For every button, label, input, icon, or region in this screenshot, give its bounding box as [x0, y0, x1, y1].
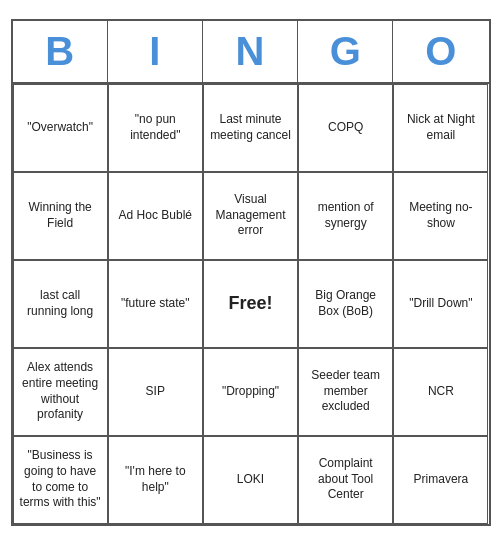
bingo-cell-21[interactable]: "I'm here to help" — [108, 436, 203, 524]
bingo-cell-24[interactable]: Primavera — [393, 436, 488, 524]
bingo-cell-16[interactable]: SIP — [108, 348, 203, 436]
bingo-cell-9[interactable]: Meeting no-show — [393, 172, 488, 260]
bingo-letter-i: I — [108, 21, 203, 82]
bingo-cell-18[interactable]: Seeder team member excluded — [298, 348, 393, 436]
bingo-letter-g: G — [298, 21, 393, 82]
bingo-cell-7[interactable]: Visual Management error — [203, 172, 298, 260]
bingo-cell-15[interactable]: Alex attends entire meeting without prof… — [13, 348, 108, 436]
bingo-letter-n: N — [203, 21, 298, 82]
bingo-cell-12[interactable]: Free! — [203, 260, 298, 348]
bingo-card: BINGO "Overwatch""no pun intended"Last m… — [11, 19, 491, 526]
bingo-cell-11[interactable]: "future state" — [108, 260, 203, 348]
bingo-header: BINGO — [13, 21, 489, 84]
bingo-cell-20[interactable]: "Business is going to have to come to te… — [13, 436, 108, 524]
bingo-cell-23[interactable]: Complaint about Tool Center — [298, 436, 393, 524]
bingo-cell-13[interactable]: Big Orange Box (BoB) — [298, 260, 393, 348]
bingo-cell-5[interactable]: Winning the Field — [13, 172, 108, 260]
bingo-letter-o: O — [393, 21, 488, 82]
bingo-cell-4[interactable]: Nick at Night email — [393, 84, 488, 172]
bingo-cell-0[interactable]: "Overwatch" — [13, 84, 108, 172]
bingo-letter-b: B — [13, 21, 108, 82]
bingo-cell-17[interactable]: "Dropping" — [203, 348, 298, 436]
bingo-cell-22[interactable]: LOKI — [203, 436, 298, 524]
bingo-grid: "Overwatch""no pun intended"Last minute … — [13, 84, 489, 524]
bingo-cell-10[interactable]: last call running long — [13, 260, 108, 348]
bingo-cell-1[interactable]: "no pun intended" — [108, 84, 203, 172]
bingo-cell-8[interactable]: mention of synergy — [298, 172, 393, 260]
bingo-cell-2[interactable]: Last minute meeting cancel — [203, 84, 298, 172]
bingo-cell-3[interactable]: COPQ — [298, 84, 393, 172]
bingo-cell-19[interactable]: NCR — [393, 348, 488, 436]
bingo-cell-6[interactable]: Ad Hoc Bublé — [108, 172, 203, 260]
bingo-cell-14[interactable]: "Drill Down" — [393, 260, 488, 348]
